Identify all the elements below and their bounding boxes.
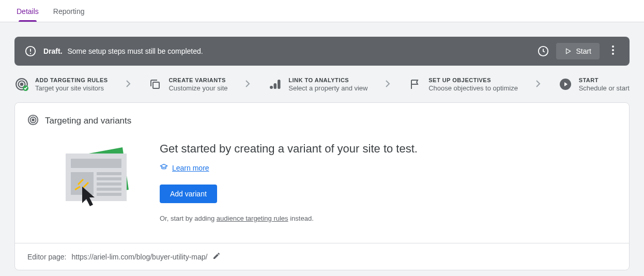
draft-label: Draft.: [43, 47, 63, 55]
card-header: Targeting and variants: [15, 103, 629, 128]
edit-icon[interactable]: [212, 252, 221, 262]
target-icon: [14, 77, 29, 91]
variant-illustration: [56, 142, 139, 209]
play-circle-icon: [558, 77, 573, 91]
history-icon[interactable]: [538, 45, 549, 57]
card-body: Get started by creating a variant of you…: [15, 128, 629, 243]
svg-rect-26: [97, 177, 121, 180]
step-subtitle: Schedule or start: [579, 84, 630, 92]
start-button[interactable]: Start: [556, 43, 600, 59]
cta-title: Get started by creating a variant of you…: [160, 142, 418, 156]
chevron-right-icon: [382, 80, 393, 90]
step-set-objectives[interactable]: SET UP OBJECTIVES Choose objectives to o…: [408, 77, 518, 92]
audience-targeting-link[interactable]: audience targeting rules: [217, 214, 288, 222]
svg-rect-29: [97, 193, 121, 196]
setup-steps: ADD TARGETING RULES Target your site vis…: [14, 66, 630, 102]
chevron-right-icon: [532, 80, 544, 90]
editor-page-url: https://ariel-lim.com/blog/buyer-utility…: [72, 253, 208, 261]
add-variant-button[interactable]: Add variant: [160, 185, 217, 203]
alt-prefix: Or, start by adding: [160, 214, 217, 222]
step-title: SET UP OBJECTIVES: [428, 77, 518, 83]
learn-more-link[interactable]: Learn more: [172, 164, 209, 172]
tab-reporting[interactable]: Reporting: [46, 0, 92, 22]
analytics-icon: [268, 77, 282, 91]
alt-start-text: Or, start by adding audience targeting r…: [160, 214, 418, 222]
step-subtitle: Target your site visitors: [35, 84, 108, 92]
cta: Get started by creating a variant of you…: [160, 142, 418, 222]
step-title: CREATE VARIANTS: [168, 77, 227, 83]
svg-rect-23: [71, 159, 121, 168]
step-subtitle: Choose objectives to optimize: [428, 84, 518, 92]
card-footer: Editor page: https://ariel-lim.com/blog/…: [15, 243, 629, 270]
status-bar: Draft. Some setup steps must still be co…: [14, 37, 630, 66]
step-targeting-rules[interactable]: ADD TARGETING RULES Target your site vis…: [14, 77, 108, 92]
status-message: Some setup steps must still be completed…: [67, 47, 203, 55]
card-title: Targeting and variants: [45, 116, 131, 126]
svg-rect-25: [97, 172, 121, 175]
tabs: Details Reporting: [0, 0, 644, 22]
more-icon[interactable]: [607, 45, 619, 57]
copy-icon: [148, 77, 162, 91]
step-title: ADD TARGETING RULES: [35, 77, 108, 83]
step-subtitle: Select a property and view: [288, 84, 367, 92]
svg-point-7: [612, 53, 614, 55]
tab-details[interactable]: Details: [9, 0, 46, 22]
step-title: START: [579, 77, 630, 83]
start-label: Start: [576, 47, 591, 55]
chevron-right-icon: [122, 80, 134, 90]
step-subtitle: Customize your site: [168, 84, 227, 92]
alert-icon: [25, 45, 36, 57]
target-icon: [27, 114, 39, 128]
step-title: LINK TO ANALYTICS: [288, 77, 367, 83]
svg-rect-15: [278, 80, 281, 89]
targeting-variants-card: Targeting and variants: [14, 102, 630, 270]
svg-point-13: [270, 86, 273, 89]
svg-point-6: [612, 49, 614, 51]
editor-page-label: Editor page:: [27, 253, 67, 261]
step-link-analytics[interactable]: LINK TO ANALYTICS Select a property and …: [268, 77, 367, 92]
chevron-right-icon: [242, 80, 253, 90]
flag-icon: [408, 77, 422, 91]
svg-point-5: [612, 45, 614, 48]
svg-rect-28: [97, 188, 121, 191]
graduation-cap-icon: [160, 163, 168, 173]
step-start[interactable]: START Schedule or start: [558, 77, 630, 92]
svg-rect-27: [97, 182, 121, 186]
status-text: Draft. Some setup steps must still be co…: [43, 47, 530, 55]
svg-point-20: [32, 119, 34, 121]
svg-rect-14: [274, 83, 277, 89]
step-create-variants[interactable]: CREATE VARIANTS Customize your site: [148, 77, 227, 92]
svg-marker-4: [566, 49, 571, 53]
alt-suffix: instead.: [288, 214, 314, 222]
content-area: Draft. Some setup steps must still be co…: [0, 22, 644, 276]
svg-point-10: [21, 83, 23, 85]
svg-point-2: [30, 53, 31, 54]
svg-rect-12: [153, 82, 159, 88]
